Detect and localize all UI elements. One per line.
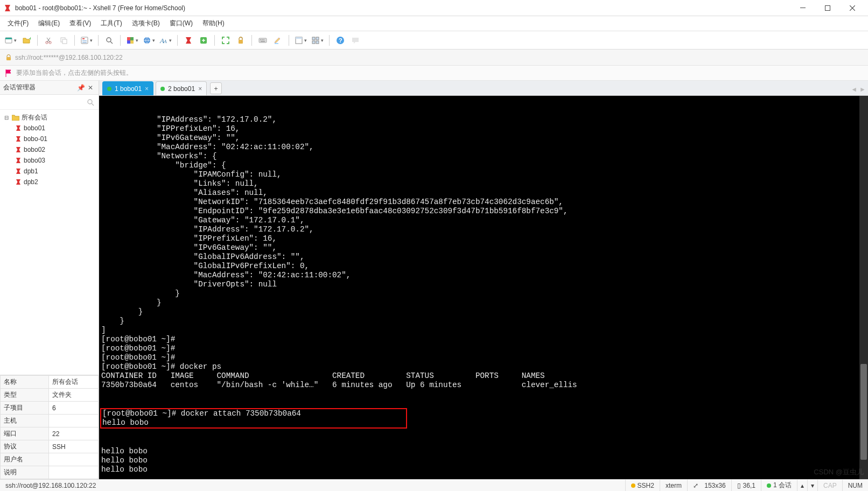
- status-up-icon[interactable]: ▴: [797, 480, 807, 491]
- folder-icon: [12, 114, 19, 121]
- xshell-button[interactable]: [182, 34, 195, 47]
- status-num: NUM: [842, 480, 868, 491]
- terminal-line: "NetworkID": "7185364eeb7c3aefc8480fdf29…: [100, 198, 868, 207]
- prop-row: 用户名: [1, 453, 99, 466]
- svg-rect-16: [127, 40, 130, 44]
- tile-button[interactable]: [310, 34, 325, 47]
- maximize-button[interactable]: [815, 0, 840, 16]
- menu-tabs[interactable]: 选项卡(B): [128, 17, 164, 30]
- font-button[interactable]: AA: [158, 34, 173, 47]
- tab-next-button[interactable]: ►: [859, 86, 866, 93]
- new-session-button[interactable]: [3, 34, 18, 47]
- sidebar-header: 会话管理器 📌 ✕: [0, 81, 99, 95]
- session-tab[interactable]: 2 bobo01×: [156, 81, 207, 95]
- tree-item-label: dpb2: [24, 178, 38, 186]
- terminal-line: [root@bobo01 ~]#: [100, 344, 868, 353]
- session-tab[interactable]: 1 bobo01×: [102, 81, 153, 95]
- separator-icon: [177, 35, 178, 46]
- cut-button[interactable]: [42, 34, 55, 47]
- keyboard-button[interactable]: [256, 34, 269, 47]
- tab-status-dot: [160, 87, 165, 91]
- terminal-scrollbar[interactable]: [859, 96, 868, 479]
- menu-file[interactable]: 文件(F): [3, 17, 33, 30]
- tab-nav: ◄ ►: [851, 86, 866, 93]
- menu-window[interactable]: 窗口(W): [165, 17, 197, 30]
- lock-button[interactable]: [234, 34, 247, 47]
- tree-session-item[interactable]: dpb1: [0, 166, 99, 177]
- address-bar[interactable]: ssh://root:******@192.168.100.120:22: [0, 50, 868, 66]
- properties-button[interactable]: [79, 34, 94, 47]
- tree-collapse-icon[interactable]: ⊟: [3, 115, 10, 121]
- scroll-thumb[interactable]: [860, 364, 867, 460]
- fullscreen-button[interactable]: [219, 34, 232, 47]
- close-button[interactable]: [840, 0, 865, 16]
- terminal-line: [root@bobo01 ~]# docker ps: [100, 362, 868, 371]
- pin-icon[interactable]: 📌: [76, 84, 86, 92]
- prop-row: 主机: [1, 415, 99, 427]
- terminal-line: hello bobo: [100, 447, 868, 456]
- terminal-line: hello bobo: [100, 456, 868, 465]
- terminal-line: 7350b73b0a64 centos "/bin/bash -c 'while…: [100, 381, 868, 390]
- prop-value: 文件夹: [49, 389, 99, 402]
- terminal-line: "IPv6Gateway": "",: [100, 134, 868, 143]
- terminal-line: "Links": null,: [100, 179, 868, 188]
- menu-view[interactable]: 查看(V): [65, 17, 95, 30]
- tree-item-label: bobo03: [24, 157, 45, 164]
- highlight-button[interactable]: [271, 34, 284, 47]
- terminal-line: "MacAddress": "02:42:ac:11:00:02",: [100, 143, 868, 152]
- terminal[interactable]: "IPAddress": "172.17.0.2", "IPPrefixLen"…: [99, 96, 868, 479]
- tree-root[interactable]: ⊟ 所有会话: [0, 112, 99, 123]
- separator-icon: [251, 35, 252, 46]
- menu-help[interactable]: 帮助(H): [198, 17, 229, 30]
- prop-row: 协议SSH: [1, 440, 99, 453]
- status-bar: ssh://root@192.168.100.120:22 SSH2 xterm…: [0, 479, 868, 491]
- terminal-line: "IPPrefixLen": 16,: [100, 124, 868, 134]
- prop-key: 说明: [1, 466, 49, 479]
- tree-session-item[interactable]: bobo-01: [0, 134, 99, 144]
- globe-button[interactable]: [142, 34, 156, 47]
- terminal-line: "MacAddress": "02:42:ac:11:00:02",: [100, 271, 868, 280]
- help-button[interactable]: ?: [334, 34, 347, 47]
- menu-edit[interactable]: 编辑(E): [34, 17, 64, 30]
- svg-rect-30: [296, 37, 302, 39]
- tree-session-item[interactable]: bobo03: [0, 155, 99, 166]
- address-text: ssh://root:******@192.168.100.120:22: [15, 54, 123, 61]
- tab-prev-button[interactable]: ◄: [851, 86, 857, 93]
- separator-icon: [289, 35, 289, 46]
- tree-session-item[interactable]: dpb2: [0, 177, 99, 187]
- lock-icon: [5, 54, 12, 61]
- search-button[interactable]: [103, 34, 116, 47]
- prop-key: 子项目: [1, 402, 49, 415]
- sidebar-search[interactable]: [0, 95, 99, 110]
- prop-row: 类型文件夹: [1, 389, 99, 402]
- new-folder-button[interactable]: ＋: [20, 34, 33, 47]
- svg-rect-33: [312, 41, 315, 44]
- terminal-line: "GlobalIPv6Address": "",: [100, 252, 868, 262]
- feedback-button[interactable]: [349, 34, 362, 47]
- prop-row: 说明: [1, 466, 99, 479]
- close-icon[interactable]: ✕: [86, 84, 95, 92]
- window-title: bobo01 - root@bobo01:~ - Xshell 7 (Free …: [15, 4, 790, 12]
- svg-rect-17: [130, 40, 134, 44]
- terminal-line: "bridge": {: [100, 161, 868, 170]
- copy-button[interactable]: [57, 34, 70, 47]
- xftp-button[interactable]: [197, 34, 210, 47]
- layout-button[interactable]: [293, 34, 308, 47]
- prop-key: 用户名: [1, 453, 49, 466]
- prop-row: 名称所有会话: [1, 376, 99, 389]
- main: 会话管理器 📌 ✕ ⊟ 所有会话 bobo01bobo-01bobo02bobo…: [0, 81, 868, 479]
- svg-rect-26: [263, 39, 264, 40]
- tab-close-icon[interactable]: ×: [145, 85, 149, 93]
- menu-tools[interactable]: 工具(T): [96, 17, 126, 30]
- window-controls: [790, 0, 865, 16]
- svg-rect-34: [316, 41, 319, 44]
- tab-close-icon[interactable]: ×: [198, 85, 202, 93]
- status-down-icon[interactable]: ▾: [807, 480, 817, 491]
- minimize-button[interactable]: [790, 0, 815, 16]
- tree-session-item[interactable]: bobo01: [0, 123, 99, 134]
- highlighted-command-box: [root@bobo01 ~]# docker attach 7350b73b0…: [100, 408, 407, 429]
- add-tab-button[interactable]: ＋: [210, 82, 222, 94]
- search-icon: [87, 99, 94, 106]
- color-scheme-button[interactable]: [125, 34, 139, 47]
- tree-session-item[interactable]: bobo02: [0, 144, 99, 155]
